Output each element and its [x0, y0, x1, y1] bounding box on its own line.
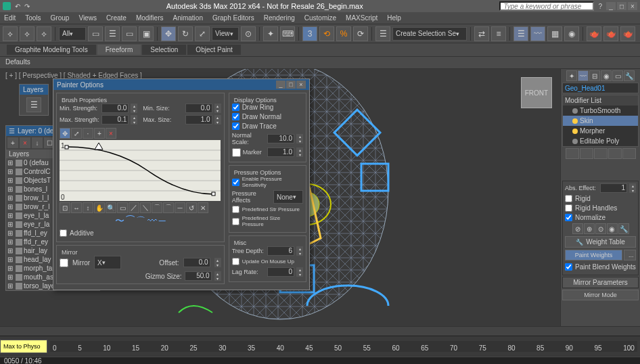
select-excl-icon[interactable]: ⊙ [595, 223, 606, 234]
pin-stack-icon[interactable] [566, 148, 579, 159]
tangent-c-icon[interactable]: ⌒ [152, 202, 162, 213]
layer-manager-icon[interactable]: ☰ [513, 26, 528, 41]
pressure-affects-dropdown[interactable]: None▾ [273, 190, 303, 204]
keyboard-icon[interactable]: ⌨ [280, 26, 295, 41]
selection-filter[interactable]: All ▾ [59, 27, 86, 41]
bake-icon[interactable]: ◉ [607, 223, 618, 234]
viewport-scrollbar[interactable] [0, 326, 640, 336]
tab-selection[interactable]: Selection [142, 45, 186, 55]
snap-toggle-icon[interactable]: 3 [302, 26, 317, 41]
pre-size-checkbox[interactable] [232, 218, 239, 225]
remove-mod-icon[interactable] [608, 148, 622, 159]
paint-options-button[interactable]: ... [624, 250, 636, 260]
min-size-spinner[interactable]: 0.0 [185, 104, 212, 113]
curve-delete-icon[interactable]: × [106, 128, 116, 139]
modifier-morpher[interactable]: Morpher [563, 126, 638, 136]
weight-table-button[interactable]: 🔧 Weight Table [565, 236, 636, 248]
render-icon[interactable]: 🫖 [620, 26, 635, 41]
hierarchy-tab-icon[interactable]: ⊟ [589, 70, 600, 81]
marker-checkbox[interactable] [232, 148, 241, 157]
preset-5-icon[interactable]: ─ [159, 215, 166, 227]
normalize-checkbox[interactable] [565, 214, 572, 221]
modifier-turbosmooth[interactable]: TurboSmooth [563, 106, 638, 116]
help-search[interactable] [499, 1, 594, 11]
named-selection-dropdown[interactable]: Create Selection Se ▾ [392, 27, 467, 41]
mirror-icon[interactable]: ⇄ [474, 26, 489, 41]
manipulate-icon[interactable]: ✦ [263, 26, 278, 41]
tree-depth-spinner[interactable]: 6 [267, 246, 294, 256]
tanx-icon[interactable]: ✕ [198, 202, 208, 213]
refcoord-dropdown[interactable]: View ▾ [212, 27, 239, 41]
hand-icon[interactable]: ✋ [94, 202, 105, 213]
curve-editor-icon[interactable]: 〰 [530, 26, 545, 41]
draw-trace-checkbox[interactable] [232, 122, 239, 130]
preset-4-icon[interactable]: 〰 [147, 215, 157, 227]
normal-scale-spinner[interactable]: 10.0 [267, 134, 294, 143]
render-setup-icon[interactable]: 🫖 [587, 26, 601, 41]
rotate-icon[interactable]: ↻ [178, 26, 193, 41]
menu-views[interactable]: Views [78, 14, 97, 22]
select-icon[interactable]: ▭ [88, 26, 103, 41]
qat-undo[interactable]: ↶ [15, 3, 20, 10]
offset-spinner[interactable]: 0.0 [183, 258, 210, 267]
zoom-v-icon[interactable]: ↕ [83, 202, 93, 213]
select-name-icon[interactable]: ☰ [105, 26, 120, 41]
reset-icon[interactable]: ↺ [186, 202, 197, 213]
lag-rate-spinner[interactable]: 0 [267, 267, 294, 277]
modifier-stack[interactable]: Modifier List TurboSmooth Skin Morpher E… [562, 95, 639, 147]
minimize-button[interactable]: _ [606, 2, 616, 10]
dlg-close-icon[interactable]: × [296, 81, 306, 89]
menu-animation[interactable]: Animation [173, 14, 202, 22]
layers-toolbar[interactable]: Layers ☰ [19, 84, 49, 116]
show-end-icon[interactable] [580, 148, 593, 159]
paint-blend-checkbox[interactable] [565, 263, 572, 271]
tangent-e-icon[interactable]: ─ [175, 202, 185, 213]
material-editor-icon[interactable]: ◉ [564, 26, 579, 41]
modifier-list-dropdown[interactable]: Modifier List [563, 95, 638, 106]
configure-icon[interactable] [622, 148, 636, 159]
percent-snap-icon[interactable]: % [336, 26, 351, 41]
menu-help[interactable]: Help [387, 14, 401, 22]
tangent-d-icon[interactable]: ⌒ [163, 202, 174, 213]
display-tab-icon[interactable]: ▭ [612, 70, 623, 81]
unique-icon[interactable] [594, 148, 608, 159]
angle-snap-icon[interactable]: ⟲ [319, 26, 334, 41]
modify-tab-icon[interactable]: 〰 [578, 70, 589, 81]
mirror-checkbox[interactable] [60, 258, 68, 267]
delete-layer-icon[interactable]: × [20, 137, 30, 148]
layers-toolbar-icon[interactable]: ☰ [26, 97, 41, 112]
include-icon[interactable]: ⊕ [584, 223, 595, 234]
menu-modifiers[interactable]: Modifiers [136, 14, 164, 22]
menu-customize[interactable]: Customize [304, 14, 336, 22]
frameslider-field[interactable] [0, 340, 47, 353]
painter-options-dialog[interactable]: Painter Options _□× Brush Properties Min… [53, 78, 310, 290]
preset-3-icon[interactable]: ⌒ [136, 215, 145, 227]
modifier-editable-poly[interactable]: Editable Poly [563, 136, 638, 146]
window-crossing-icon[interactable]: ▣ [139, 26, 154, 41]
bind-icon[interactable]: ⟡ [37, 26, 51, 41]
new-layer-icon[interactable]: + [7, 137, 18, 148]
curve-add-icon[interactable]: · [83, 128, 93, 139]
curve-insert-icon[interactable]: + [94, 128, 105, 139]
utilities-tab-icon[interactable]: 🔧 [624, 70, 635, 81]
pivot-icon[interactable]: ⊙ [241, 26, 256, 41]
menu-create[interactable]: Create [106, 14, 127, 22]
object-name-field[interactable] [562, 83, 639, 93]
menu-group[interactable]: Group [51, 14, 70, 22]
tab-graphite[interactable]: Graphite Modeling Tools [7, 45, 96, 55]
mirror-params-rollout[interactable]: Mirror Parameters [563, 277, 638, 288]
mirror-axis-dropdown[interactable]: X▾ [94, 256, 121, 269]
menu-maxscript[interactable]: MAXScript [346, 14, 378, 22]
close-button[interactable]: × [628, 2, 637, 10]
enable-pressure-checkbox[interactable] [232, 179, 239, 186]
video-progress[interactable]: 0050 / 10:46 [0, 357, 640, 364]
unlink-icon[interactable]: ⟡ [20, 26, 35, 41]
min-strength-spinner[interactable]: 0.0 [101, 104, 129, 113]
named-sel-icon[interactable]: ☰ [375, 26, 390, 41]
scale-icon[interactable]: ⤢ [195, 26, 210, 41]
link-icon[interactable]: ⟡ [3, 26, 18, 41]
move-icon[interactable]: ✥ [161, 26, 176, 41]
timeline[interactable]: 0510152025303540455055606570758085909510… [0, 336, 640, 356]
curve-scale-icon[interactable]: ⤢ [71, 128, 82, 139]
falloff-curve[interactable]: 10 [60, 140, 221, 201]
